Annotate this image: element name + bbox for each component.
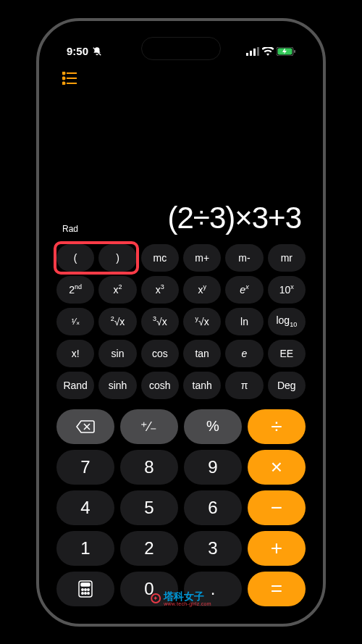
svg-rect-1 [246, 53, 248, 56]
equals-button[interactable]: = [248, 572, 306, 606]
svg-point-18 [82, 588, 83, 590]
nine-button[interactable]: 9 [184, 450, 242, 485]
history-list-icon[interactable] [62, 72, 80, 86]
ee-button[interactable]: EE [268, 340, 306, 367]
wifi-icon [262, 47, 274, 56]
signal-icon [246, 47, 259, 56]
dynamic-island [141, 37, 221, 60]
sinh-button[interactable]: sinh [98, 372, 136, 399]
e-power-x-button[interactable]: ex [225, 276, 263, 304]
ln-button[interactable]: ln [225, 308, 263, 335]
rand-button[interactable]: Rand [56, 372, 94, 399]
mr-button[interactable]: mr [268, 244, 306, 272]
bell-off-icon [92, 46, 102, 57]
main-keypad: ⁺∕₋ % ÷ 7 8 9 × 4 5 6 − 1 2 3 + 0 . = [46, 403, 316, 616]
mc-button[interactable]: mc [141, 244, 179, 272]
display-area: (2÷3)×3+3 Rad [46, 93, 316, 240]
cos-button[interactable]: cos [141, 340, 179, 367]
tanh-button[interactable]: tanh [183, 372, 221, 399]
open-paren-button[interactable]: ( [56, 244, 94, 272]
svg-point-20 [88, 588, 89, 590]
sin-button[interactable]: sin [98, 340, 136, 367]
seven-button[interactable]: 7 [56, 450, 114, 485]
battery-charging-icon [277, 47, 295, 56]
second-button[interactable]: 2nd [56, 276, 94, 304]
five-button[interactable]: 5 [120, 490, 178, 525]
m-plus-button[interactable]: m+ [183, 244, 221, 272]
volume-down [36, 224, 38, 264]
minus-button[interactable]: − [248, 490, 306, 525]
plus-minus-button[interactable]: ⁺∕₋ [120, 409, 178, 444]
pi-button[interactable]: π [225, 372, 263, 399]
side-button [36, 137, 38, 159]
backspace-button[interactable] [56, 409, 114, 444]
svg-point-10 [63, 77, 65, 79]
svg-point-19 [85, 588, 86, 590]
svg-point-12 [63, 82, 65, 84]
svg-rect-2 [250, 51, 252, 56]
svg-point-22 [85, 592, 86, 593]
svg-rect-17 [81, 583, 90, 586]
x-power-y-button[interactable]: xy [183, 276, 221, 304]
svg-rect-4 [257, 47, 259, 56]
power-button [324, 188, 326, 246]
four-button[interactable]: 4 [56, 490, 114, 525]
expression-display: (2÷3)×3+3 [167, 201, 301, 235]
y-root-button[interactable]: y√x [183, 308, 221, 335]
svg-rect-7 [294, 50, 295, 53]
x-cubed-button[interactable]: x3 [141, 276, 179, 304]
header [46, 64, 316, 93]
x-squared-button[interactable]: x2 [98, 276, 136, 304]
watermark-logo-icon: ✦ [151, 593, 161, 603]
svg-point-8 [63, 72, 65, 74]
ten-power-x-button[interactable]: 10x [268, 276, 306, 304]
scientific-keypad: ( ) mc m+ m- mr 2nd x2 x3 xy ex 10x ¹⁄ₓ … [46, 240, 316, 403]
tan-button[interactable]: tan [183, 340, 221, 367]
deg-button[interactable]: Deg [268, 372, 306, 399]
phone-frame: 9:50 (2÷3)×3 [36, 18, 326, 627]
reciprocal-button[interactable]: ¹⁄ₓ [56, 308, 94, 335]
log10-button[interactable]: log10 [268, 308, 306, 335]
calculator-mode-button[interactable] [56, 572, 114, 606]
cosh-button[interactable]: cosh [141, 372, 179, 399]
cbrt-button[interactable]: 3√x [141, 308, 179, 335]
close-paren-button[interactable]: ) [98, 244, 136, 272]
sqrt-button[interactable]: 2√x [98, 308, 136, 335]
watermark: ✦ 塔科女子 www.tech-girlz.com [151, 591, 211, 606]
one-button[interactable]: 1 [56, 531, 114, 566]
status-time: 9:50 [67, 45, 88, 57]
watermark-cn: 塔科女子 [164, 591, 211, 601]
multiply-button[interactable]: × [248, 450, 306, 485]
volume-up [36, 173, 38, 213]
two-button[interactable]: 2 [120, 531, 178, 566]
svg-rect-3 [253, 49, 256, 56]
plus-button[interactable]: + [248, 531, 306, 566]
m-minus-button[interactable]: m- [225, 244, 263, 272]
percent-button[interactable]: % [184, 409, 242, 444]
eight-button[interactable]: 8 [120, 450, 178, 485]
six-button[interactable]: 6 [184, 490, 242, 525]
svg-point-23 [88, 592, 89, 593]
svg-point-21 [82, 592, 83, 593]
mode-label: Rad [62, 224, 78, 234]
e-button[interactable]: e [225, 340, 263, 367]
three-button[interactable]: 3 [184, 531, 242, 566]
screen: 9:50 (2÷3)×3 [46, 28, 316, 616]
watermark-en: www.tech-girlz.com [164, 601, 211, 606]
divide-button[interactable]: ÷ [248, 409, 306, 444]
factorial-button[interactable]: x! [56, 340, 94, 367]
